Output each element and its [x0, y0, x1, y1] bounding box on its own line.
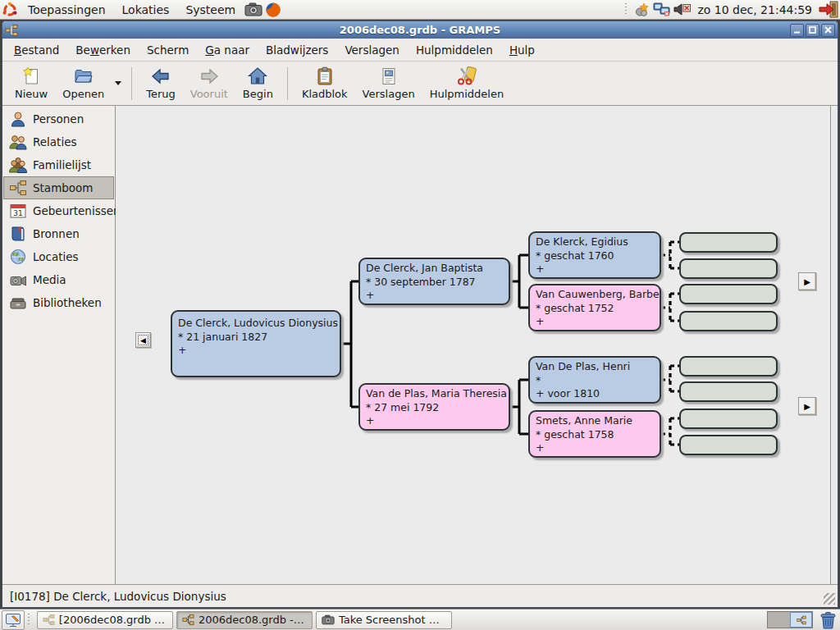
menu-bestand[interactable]: Bestand	[6, 40, 67, 60]
ancestor-placeholder-box[interactable]	[679, 435, 778, 455]
sidebar-item-gebeurtenissen[interactable]: 31 Gebeurtenissen	[3, 199, 114, 222]
volume-muted-icon[interactable]	[673, 3, 691, 16]
distro-logo-icon[interactable]	[0, 0, 20, 20]
window-titlebar[interactable]: 2006dec08.grdb - GRAMPS	[2, 21, 838, 39]
gnome-top-panel: Toepassingen Lokaties Systeem	[0, 0, 840, 20]
clipboard-icon	[315, 66, 335, 86]
person-box-mother[interactable]: Van de Plas, Maria Theresia * 27 mei 179…	[358, 383, 510, 431]
panel-clock[interactable]: zo 10 dec, 21:44:59	[694, 3, 815, 16]
ancestor-placeholder-box[interactable]	[679, 232, 778, 253]
gramps-icon	[43, 614, 55, 626]
sidebar-item-personen[interactable]: Personen	[3, 107, 114, 130]
workspace-2-active[interactable]	[790, 612, 812, 628]
person-box-paternal-grandmother[interactable]: Van Cauwenberg, Barbe * geschat 1752 +	[528, 284, 661, 331]
pedigree-nav-left-button[interactable]: ◀	[135, 332, 151, 348]
taskbar-item-gramps-minimized[interactable]: [2006dec08.grdb -...	[37, 611, 173, 629]
menu-bewerken[interactable]: Bewerken	[67, 40, 139, 60]
family-group-icon	[9, 156, 27, 174]
menu-systeem[interactable]: Systeem	[177, 0, 244, 20]
menu-ga-naar[interactable]: Ga naar	[197, 40, 258, 60]
menu-toepassingen[interactable]: Toepassingen	[20, 0, 114, 20]
sidebar-item-stamboom[interactable]: Stamboom	[3, 176, 114, 199]
pedigree-canvas[interactable]: ◀ De Clerck, Ludovicus Dionysius * 21 ja…	[116, 106, 830, 584]
person-name: De Clerck, Jan Baptista	[366, 262, 503, 276]
window-title: 2006dec08.grdb - GRAMPS	[2, 24, 838, 36]
home-button[interactable]: Begin	[235, 64, 281, 103]
taskbar-item-gramps-active[interactable]: 2006dec08.grdb - ...	[176, 611, 313, 629]
menu-hulpmiddelen[interactable]: Hulpmiddelen	[408, 40, 501, 60]
person-name: Van Cauwenberg, Barbe	[536, 288, 654, 302]
new-button[interactable]: Nieuw	[7, 64, 55, 103]
sidebar-item-relaties[interactable]: Relaties	[3, 130, 114, 153]
bottom-taskbar: [2006dec08.grdb -... 2006dec08.grdb - ..…	[0, 609, 840, 630]
person-box-father[interactable]: De Clerck, Jan Baptista * 30 september 1…	[358, 258, 510, 305]
taskbar-handle[interactable]	[28, 614, 32, 627]
person-box-maternal-grandmother[interactable]: Smets, Anne Marie * geschat 1758 +	[528, 410, 661, 458]
trash-icon[interactable]	[818, 610, 838, 630]
ancestor-placeholder-box[interactable]	[679, 356, 778, 377]
workspace-switcher[interactable]	[767, 611, 813, 628]
media-camera-icon	[9, 271, 27, 289]
menu-scherm[interactable]: Scherm	[139, 40, 197, 60]
person-name: Smets, Anne Marie	[536, 414, 654, 428]
sidebar-item-locaties[interactable]: Locaties	[3, 245, 114, 268]
ancestor-placeholder-box[interactable]	[679, 311, 778, 331]
workspace-1[interactable]	[768, 612, 790, 628]
window-statusbar: [I0178] De Clerck, Ludovicus Dionysius	[2, 584, 838, 607]
sidebar-item-familielijst[interactable]: Familielijst	[3, 153, 114, 176]
gramps-icon	[797, 615, 806, 625]
firefox-launcher-icon[interactable]	[263, 0, 283, 20]
person-death: +	[536, 315, 654, 329]
network-status-icon[interactable]	[653, 2, 670, 16]
taskbar-item-screenshot[interactable]: Take Screenshot w...	[316, 611, 452, 629]
tools-button[interactable]: Hulpmiddelen	[422, 64, 512, 103]
open-button[interactable]: Openen	[55, 64, 112, 103]
person-birth: * geschat 1752	[536, 302, 654, 316]
person-box-paternal-grandfather[interactable]: De Klerck, Egidius * geschat 1760 +	[528, 231, 661, 279]
screenshot-launcher-icon[interactable]	[244, 0, 263, 20]
pedigree-nav-right-top-button[interactable]: ▶	[798, 272, 816, 290]
back-button[interactable]: Terug	[139, 64, 183, 103]
menu-verslagen[interactable]: Verslagen	[336, 40, 408, 60]
show-desktop-icon	[5, 612, 21, 628]
person-death: + voor 1810	[536, 387, 654, 401]
panel-menus: Toepassingen Lokaties Systeem	[20, 0, 244, 20]
ancestor-placeholder-box[interactable]	[679, 409, 778, 429]
ancestor-placeholder-box[interactable]	[679, 258, 778, 279]
person-box-maternal-grandfather[interactable]: Van De Plas, Henri * + voor 1810	[528, 356, 661, 404]
reports-button[interactable]: Verslagen	[355, 64, 422, 103]
resize-grip[interactable]	[824, 593, 835, 605]
person-death: +	[366, 414, 503, 428]
sidebar-item-bronnen[interactable]: Bronnen	[3, 222, 114, 245]
person-birth: * geschat 1760	[536, 249, 654, 263]
scissors-tools-icon	[457, 66, 477, 86]
gramps-icon	[182, 614, 194, 626]
sidebar-item-bibliotheken[interactable]: Bibliotheken	[3, 291, 114, 314]
ancestor-placeholder-box[interactable]	[679, 284, 778, 304]
show-desktop-button[interactable]	[2, 610, 25, 630]
forward-button[interactable]: Vooruit	[183, 64, 235, 103]
person-box-root[interactable]: De Clerck, Ludovicus Dionysius * 21 janu…	[171, 310, 341, 377]
menu-bladwijzers[interactable]: Bladwijzers	[258, 40, 336, 60]
desktop: Toepassingen Lokaties Systeem	[0, 0, 840, 630]
menu-hulp[interactable]: Hulp	[501, 40, 543, 60]
minimize-button[interactable]	[790, 24, 804, 37]
maximize-button[interactable]	[806, 24, 819, 37]
pedigree-nav-right-bottom-button[interactable]: ▶	[798, 397, 816, 415]
calendar-icon: 31	[9, 202, 27, 220]
sidebar-item-media[interactable]: Media	[3, 268, 114, 291]
close-button[interactable]	[821, 24, 835, 37]
logout-icon[interactable]	[819, 1, 838, 18]
person-name: De Klerck, Egidius	[536, 235, 654, 249]
open-dropdown-button[interactable]	[112, 64, 125, 103]
panel-handle[interactable]	[625, 3, 629, 16]
ancestor-placeholder-box[interactable]	[679, 381, 778, 402]
right-panel-strip	[830, 106, 838, 584]
updates-icon[interactable]	[634, 2, 650, 17]
menu-lokaties[interactable]: Lokaties	[114, 0, 178, 20]
gramps-window: 2006dec08.grdb - GRAMPS Bestand Bewerken…	[2, 21, 838, 608]
scratchpad-button[interactable]: Kladblok	[294, 64, 355, 103]
globe-icon	[9, 248, 27, 266]
person-death: +	[178, 344, 334, 358]
person-death: +	[536, 262, 654, 276]
